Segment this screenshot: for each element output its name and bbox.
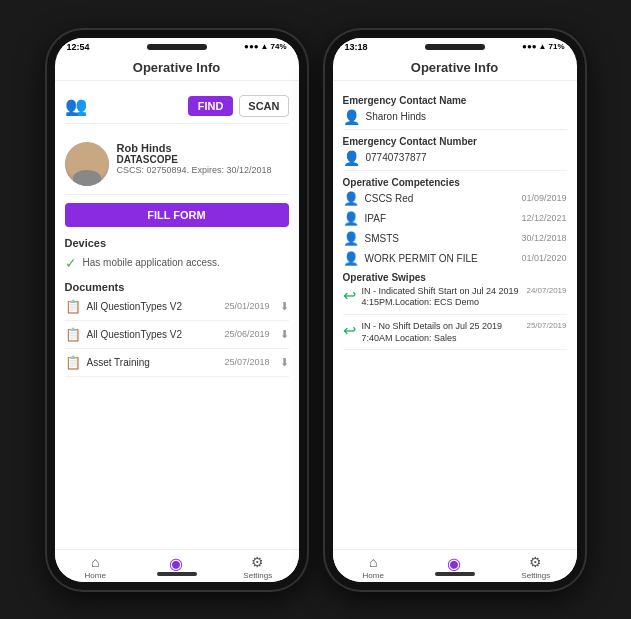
doc-date-3: 25/07/2018 <box>224 357 269 367</box>
swipe-row-1: ↩ IN - Indicated Shift Start on Jul 24 2… <box>343 286 567 315</box>
settings-icon-2: ⚙ <box>529 554 542 570</box>
phone-2: 13:18 ●●● ▲ 71% Operative Info Emergency… <box>325 30 585 590</box>
swipe-icon-2: ↩ <box>343 321 356 340</box>
swipes-title: Operative Swipes <box>343 272 567 283</box>
worker-name: Rob Hinds <box>117 142 289 154</box>
devices-section-title: Devices <box>65 237 289 249</box>
comp-date-2: 12/12/2021 <box>521 213 566 223</box>
doc-row-1: 📋 All QuestionTypes V2 25/01/2019 ⬇ <box>65 299 289 321</box>
phones-container: 12:54 ●●● ▲ 74% Operative Info 👥 FIND SC… <box>37 20 595 600</box>
doc-date-2: 25/06/2019 <box>224 329 269 339</box>
worker-details: CSCS: 02750894. Expires: 30/12/2018 <box>117 165 289 175</box>
scan-button[interactable]: SCAN <box>239 95 288 117</box>
time-1: 12:54 <box>67 42 90 52</box>
comp-name-1: CSCS Red <box>365 193 516 204</box>
status-bar-2: 13:18 ●●● ▲ 71% <box>333 38 577 54</box>
doc-icon-2: 📋 <box>65 327 81 342</box>
battery-2: 71% <box>548 42 564 51</box>
settings-label-1: Settings <box>243 571 272 580</box>
wifi-icon: ▲ <box>261 42 269 51</box>
people-icon: 👥 <box>65 95 87 117</box>
download-icon-3[interactable]: ⬇ <box>280 356 289 369</box>
comp-date-3: 30/12/2018 <box>521 233 566 243</box>
wifi-icon-2: ▲ <box>539 42 547 51</box>
comp-name-4: WORK PERMIT ON FILE <box>365 253 516 264</box>
comp-date-4: 01/01/2020 <box>521 253 566 263</box>
download-icon-2[interactable]: ⬇ <box>280 328 289 341</box>
phone-1: 12:54 ●●● ▲ 74% Operative Info 👥 FIND SC… <box>47 30 307 590</box>
comp-name-2: IPAF <box>365 213 516 224</box>
page-title-1: Operative Info <box>55 54 299 81</box>
check-icon: ✓ <box>65 255 77 271</box>
doc-row-3: 📋 Asset Training 25/07/2018 ⬇ <box>65 355 289 377</box>
swipe-date-2: 25/07/2019 <box>526 321 566 330</box>
swipe-row-2: ↩ IN - No Shift Details on Jul 25 2019 7… <box>343 321 567 350</box>
doc-icon-1: 📋 <box>65 299 81 314</box>
emergency-number-value: 07740737877 <box>366 152 427 163</box>
nav-home-2[interactable]: ⌂ Home <box>333 554 414 580</box>
nav-middle-2[interactable]: ◉ <box>414 554 495 580</box>
emergency-number-row: 👤 07740737877 <box>343 150 567 171</box>
emergency-name-row: 👤 Sharon Hinds <box>343 109 567 130</box>
signal-icon-2: ●●● <box>522 42 537 51</box>
worker-avatar <box>65 142 109 186</box>
competencies-title: Operative Competencies <box>343 177 567 188</box>
worker-card: Rob Hinds DATASCOPE CSCS: 02750894. Expi… <box>65 134 289 195</box>
comp-row-4: 👤 WORK PERMIT ON FILE 01/01/2020 <box>343 251 567 266</box>
comp-icon-1: 👤 <box>343 191 359 206</box>
comp-row-1: 👤 CSCS Red 01/09/2019 <box>343 191 567 206</box>
nav-settings-1[interactable]: ⚙ Settings <box>217 554 298 580</box>
active-nav-icon-2: ◉ <box>447 554 461 573</box>
status-icons-2: ●●● ▲ 71% <box>522 42 564 51</box>
bottom-nav-2: ⌂ Home ◉ ⚙ Settings <box>333 549 577 582</box>
bottom-nav-1: ⌂ Home ◉ ⚙ Settings <box>55 549 299 582</box>
comp-name-3: SMSTS <box>365 233 516 244</box>
find-button[interactable]: FIND <box>188 96 234 116</box>
scroll-area-1[interactable]: 👥 FIND SCAN Rob Hinds DATASCOPE CSCS: 02… <box>55 81 299 549</box>
home-icon-2: ⌂ <box>369 554 377 570</box>
home-label-1: Home <box>84 571 105 580</box>
swipe-text-2: IN - No Shift Details on Jul 25 2019 7:4… <box>362 321 521 344</box>
fill-form-button[interactable]: FILL FORM <box>65 203 289 227</box>
avatar-face <box>65 142 109 186</box>
doc-date-1: 25/01/2019 <box>224 301 269 311</box>
home-icon-1: ⌂ <box>91 554 99 570</box>
time-2: 13:18 <box>345 42 368 52</box>
emergency-number-title: Emergency Contact Number <box>343 136 567 147</box>
emergency-name-value: Sharon Hinds <box>366 111 427 122</box>
active-nav-icon-1: ◉ <box>169 554 183 573</box>
search-row: 👥 FIND SCAN <box>65 89 289 124</box>
contact-icon-2: 👤 <box>343 150 360 166</box>
documents-section-title: Documents <box>65 281 289 293</box>
emergency-name-title: Emergency Contact Name <box>343 95 567 106</box>
comp-icon-2: 👤 <box>343 211 359 226</box>
nav-home-1[interactable]: ⌂ Home <box>55 554 136 580</box>
nav-settings-2[interactable]: ⚙ Settings <box>495 554 576 580</box>
device-access-text: Has mobile application access. <box>83 257 220 268</box>
signal-icon: ●●● <box>244 42 259 51</box>
swipe-icon-1: ↩ <box>343 286 356 305</box>
download-icon-1[interactable]: ⬇ <box>280 300 289 313</box>
phone-2-screen: 13:18 ●●● ▲ 71% Operative Info Emergency… <box>333 38 577 582</box>
doc-icon-3: 📋 <box>65 355 81 370</box>
worker-info: Rob Hinds DATASCOPE CSCS: 02750894. Expi… <box>117 142 289 175</box>
worker-company: DATASCOPE <box>117 154 289 165</box>
device-row: ✓ Has mobile application access. <box>65 255 289 271</box>
battery-1: 74% <box>270 42 286 51</box>
swipe-date-1: 24/07/2019 <box>526 286 566 295</box>
doc-name-2: All QuestionTypes V2 <box>87 329 219 340</box>
status-icons-1: ●●● ▲ 74% <box>244 42 286 51</box>
comp-icon-4: 👤 <box>343 251 359 266</box>
comp-row-2: 👤 IPAF 12/12/2021 <box>343 211 567 226</box>
status-bar-1: 12:54 ●●● ▲ 74% <box>55 38 299 54</box>
comp-row-3: 👤 SMSTS 30/12/2018 <box>343 231 567 246</box>
doc-name-3: Asset Training <box>87 357 219 368</box>
nav-middle-1[interactable]: ◉ <box>136 554 217 580</box>
comp-icon-3: 👤 <box>343 231 359 246</box>
phone-1-screen: 12:54 ●●● ▲ 74% Operative Info 👥 FIND SC… <box>55 38 299 582</box>
scroll-area-2[interactable]: Emergency Contact Name 👤 Sharon Hinds Em… <box>333 81 577 549</box>
home-label-2: Home <box>362 571 383 580</box>
settings-label-2: Settings <box>521 571 550 580</box>
settings-icon-1: ⚙ <box>251 554 264 570</box>
contact-icon-1: 👤 <box>343 109 360 125</box>
